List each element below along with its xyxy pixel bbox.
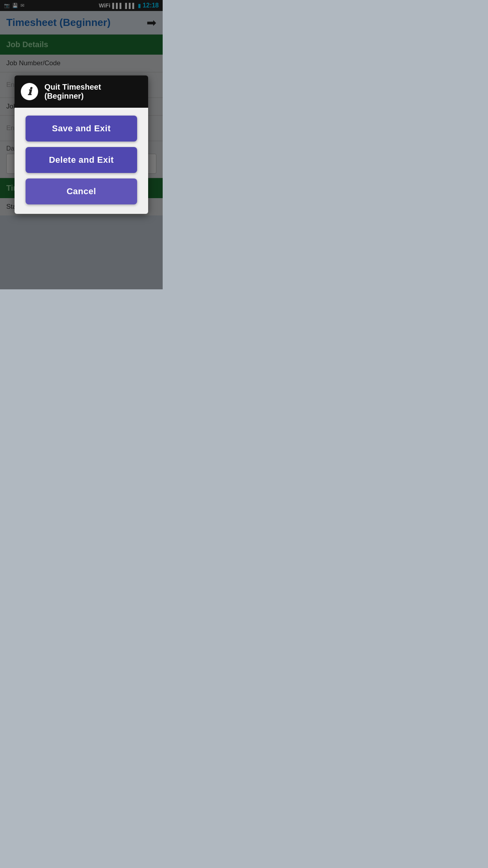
save-and-exit-button[interactable]: Save and Exit	[26, 116, 137, 142]
info-icon-letter: ℹ	[28, 86, 31, 97]
cancel-button[interactable]: Cancel	[26, 178, 137, 204]
delete-and-exit-button[interactable]: Delete and Exit	[26, 147, 137, 173]
dialog-title: Quit Timesheet (Beginner)	[44, 83, 142, 101]
dialog-header: ℹ Quit Timesheet (Beginner)	[15, 75, 148, 108]
dialog-body: Save and Exit Delete and Exit Cancel	[15, 108, 148, 214]
dialog-overlay: ℹ Quit Timesheet (Beginner) Save and Exi…	[0, 0, 163, 289]
quit-dialog: ℹ Quit Timesheet (Beginner) Save and Exi…	[15, 75, 148, 214]
dialog-info-icon: ℹ	[21, 83, 38, 100]
